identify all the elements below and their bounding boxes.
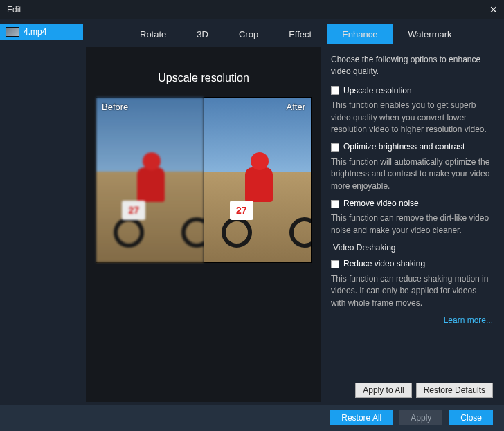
learn-more-row: Learn more... — [331, 315, 493, 327]
restore-defaults-button[interactable]: Restore Defaults — [416, 383, 493, 398]
workspace: Upscale resolution 27 — [83, 44, 504, 405]
option-label: Upscale resolution — [343, 85, 412, 97]
restore-all-button[interactable]: Restore All — [330, 410, 393, 425]
checkbox-icon[interactable] — [331, 143, 339, 152]
titlebar: Edit × — [0, 0, 504, 19]
panel-buttons: Apply to All Restore Defaults — [355, 383, 493, 398]
tab-enhance[interactable]: Enhance — [327, 24, 393, 44]
before-label: Before — [102, 102, 128, 112]
apply-button[interactable]: Apply — [399, 410, 442, 425]
preview: Upscale resolution 27 — [86, 47, 321, 402]
file-thumbnail — [6, 27, 19, 37]
main: Rotate 3D Crop Effect Enhance Watermark … — [83, 19, 504, 405]
option-upscale[interactable]: Upscale resolution — [331, 85, 493, 97]
option-desc: This function can reduce shaking motion … — [331, 273, 493, 309]
preview-title: Upscale resolution — [96, 72, 312, 84]
after-label: After — [287, 102, 305, 112]
footer: Restore All Apply Close — [0, 405, 504, 431]
tab-3d[interactable]: 3D — [181, 24, 224, 44]
compare-box: 27 27 Before After — [96, 97, 312, 263]
window-title: Edit — [7, 5, 21, 15]
option-desc: This function enables you to get superb … — [331, 100, 493, 136]
preview-after: 27 — [204, 98, 312, 262]
tabs: Rotate 3D Crop Effect Enhance Watermark — [83, 24, 504, 44]
options-panel: Choose the following options to enhance … — [321, 44, 504, 405]
close-button[interactable]: Close — [449, 410, 493, 425]
tab-watermark[interactable]: Watermark — [393, 24, 467, 44]
preview-before: 27 — [96, 98, 204, 262]
option-denoise[interactable]: Remove video noise — [331, 198, 493, 210]
panel-intro: Choose the following options to enhance … — [331, 54, 493, 78]
file-name: 4.mp4 — [24, 27, 46, 37]
option-deshake[interactable]: Reduce video shaking — [331, 258, 493, 270]
file-pill[interactable]: 4.mp4 — [0, 24, 83, 40]
checkbox-icon[interactable] — [331, 200, 339, 208]
option-label: Optimize brightness and contrast — [343, 141, 465, 153]
tab-rotate[interactable]: Rotate — [125, 24, 181, 44]
option-brightness[interactable]: Optimize brightness and contrast — [331, 141, 493, 153]
checkbox-icon[interactable] — [331, 86, 339, 95]
sidebar: 4.mp4 — [0, 19, 83, 405]
apply-to-all-button[interactable]: Apply to All — [355, 383, 411, 398]
tab-crop[interactable]: Crop — [224, 24, 273, 44]
tab-effect[interactable]: Effect — [273, 24, 327, 44]
checkbox-icon[interactable] — [331, 260, 339, 268]
option-label: Reduce video shaking — [343, 258, 425, 270]
learn-more-link[interactable]: Learn more... — [444, 315, 493, 325]
option-desc: This function can remove the dirt-like v… — [331, 212, 493, 237]
option-label: Remove video noise — [343, 198, 419, 210]
option-desc: This function will automatically optimiz… — [331, 156, 493, 192]
deshaking-heading: Video Deshaking — [333, 242, 493, 254]
content: 4.mp4 Rotate 3D Crop Effect Enhance Wate… — [0, 19, 504, 405]
close-icon[interactable]: × — [489, 3, 497, 16]
